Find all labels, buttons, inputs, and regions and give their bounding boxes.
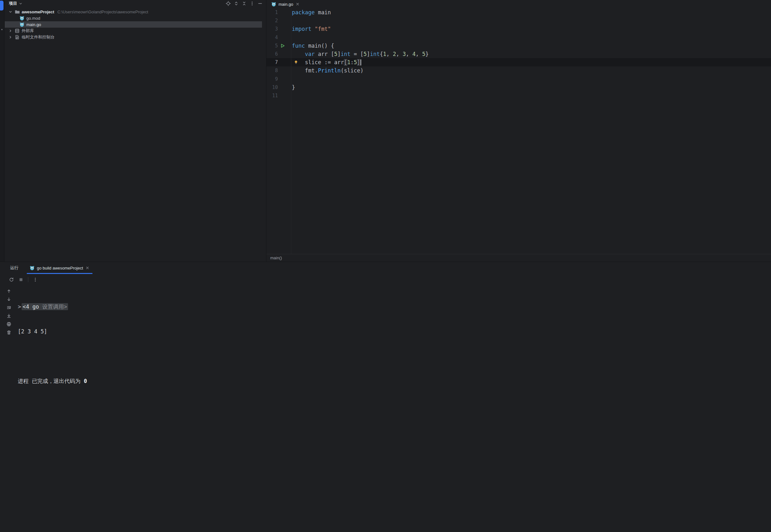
chevron-right-icon[interactable] bbox=[8, 35, 13, 39]
close-icon[interactable] bbox=[85, 266, 90, 270]
chevron-down-icon[interactable] bbox=[8, 10, 13, 14]
locate-file-icon[interactable] bbox=[226, 1, 231, 6]
text-caret bbox=[360, 59, 361, 65]
go-file-icon bbox=[19, 22, 24, 27]
code-line-11[interactable]: 11 bbox=[266, 92, 771, 100]
breadcrumb[interactable]: main() bbox=[270, 256, 282, 260]
tab-main-go[interactable]: main.go bbox=[268, 0, 303, 8]
line-number[interactable]: 7 bbox=[266, 58, 278, 66]
code-line-1[interactable]: 1package main bbox=[266, 8, 771, 17]
code-text: fmt.Println(slice) bbox=[292, 66, 363, 75]
chevron-down-icon[interactable] bbox=[19, 2, 23, 5]
clear-console-icon[interactable] bbox=[6, 330, 11, 335]
run-icon[interactable] bbox=[280, 44, 285, 48]
console-prompt: > bbox=[18, 304, 21, 310]
tree-item-scratches[interactable]: 临时文件和控制台 bbox=[5, 34, 266, 40]
console-toolbar bbox=[0, 285, 18, 532]
console-program-output: [2 3 4 5] bbox=[18, 327, 771, 336]
line-number[interactable]: 10 bbox=[266, 83, 278, 92]
rerun-icon[interactable] bbox=[9, 277, 14, 282]
stop-icon[interactable] bbox=[18, 277, 24, 282]
code-line-3[interactable]: 3import "fmt" bbox=[266, 25, 771, 33]
run-console: ><4 go 设置调用> [2 3 4 5] 进程 已完成，退出代码为 0 bbox=[0, 285, 771, 532]
project-panel-header: 项目 bbox=[5, 0, 266, 7]
scroll-to-end-icon[interactable] bbox=[6, 313, 11, 318]
code-text: package main bbox=[292, 8, 331, 17]
line-number[interactable]: 9 bbox=[266, 75, 278, 83]
line-number[interactable]: 8 bbox=[266, 66, 278, 75]
code-text: func main() { bbox=[292, 42, 334, 50]
activity-bar bbox=[0, 0, 4, 262]
hide-panel-icon[interactable] bbox=[257, 1, 263, 6]
breadcrumb-bar: main() bbox=[266, 254, 771, 262]
code-line-5[interactable]: 5func main() { bbox=[266, 42, 771, 50]
code-line-2[interactable]: 2 bbox=[266, 17, 771, 25]
code-line-6[interactable]: 6 var arr [5]int = [5]int{1, 2, 3, 4, 5} bbox=[266, 50, 771, 58]
expand-all-icon[interactable] bbox=[234, 1, 239, 6]
code-line-4[interactable]: 4 bbox=[266, 33, 771, 42]
run-toolbar bbox=[0, 274, 771, 285]
close-icon[interactable] bbox=[295, 2, 300, 6]
run-tool-window: 运行 go build awesomeProject bbox=[0, 262, 771, 532]
node-label: 临时文件和控制台 bbox=[22, 34, 55, 40]
line-number[interactable]: 4 bbox=[266, 33, 278, 42]
go-file-icon bbox=[19, 16, 24, 21]
line-number[interactable]: 11 bbox=[266, 92, 278, 100]
code-line-10[interactable]: 10} bbox=[266, 83, 771, 92]
line-number[interactable]: 5 bbox=[266, 42, 278, 50]
run-tab-row: 运行 go build awesomeProject bbox=[0, 262, 771, 274]
go-file-icon bbox=[30, 265, 35, 270]
line-number[interactable]: 3 bbox=[266, 25, 278, 33]
node-label: 外部库 bbox=[22, 28, 34, 34]
toolwindow-dot bbox=[1, 29, 3, 30]
gutter-separator bbox=[291, 8, 291, 254]
code-text: slice := arr[1:5] bbox=[292, 58, 361, 66]
print-icon[interactable] bbox=[6, 322, 11, 327]
file-name: main.go bbox=[26, 22, 41, 27]
tree-item-main-go[interactable]: main.go bbox=[5, 21, 262, 28]
project-panel-title: 项目 bbox=[9, 1, 17, 6]
code-text: import "fmt" bbox=[292, 25, 331, 33]
folder-icon bbox=[15, 9, 20, 14]
console-blank-line bbox=[18, 352, 771, 360]
toolbar-separator bbox=[28, 277, 28, 282]
project-root-path: C:\Users\meowr\GolandProjects\awesomePro… bbox=[58, 10, 148, 14]
project-tree: awesomeProject C:\Users\meowr\GolandProj… bbox=[5, 9, 266, 40]
console-exit-line: 进程 已完成，退出代码为 0 bbox=[18, 377, 771, 385]
more-options-icon[interactable] bbox=[33, 277, 38, 282]
editor: main.go 1package main23import "fmt"45fun… bbox=[266, 0, 771, 262]
console-output[interactable]: ><4 go 设置调用> [2 3 4 5] 进程 已完成，退出代码为 0 bbox=[18, 285, 771, 532]
more-options-icon[interactable] bbox=[249, 1, 255, 6]
down-stack-trace-icon[interactable] bbox=[6, 297, 11, 302]
tree-item-project-root[interactable]: awesomeProject C:\Users\meowr\GolandProj… bbox=[5, 9, 266, 15]
go-file-icon bbox=[271, 2, 276, 7]
tree-item-external-libraries[interactable]: 外部库 bbox=[5, 28, 266, 34]
tree-item-go-mod[interactable]: go.mod bbox=[5, 15, 266, 21]
exit-code: 0 bbox=[84, 378, 87, 384]
editor-tab-bar: main.go bbox=[266, 0, 771, 8]
active-toolwindow-indicator[interactable] bbox=[0, 1, 3, 10]
library-icon bbox=[15, 28, 20, 33]
run-panel-title: 运行 bbox=[10, 262, 18, 274]
line-number[interactable]: 1 bbox=[266, 8, 278, 17]
project-tool-window: 项目 awesomeProject C:\Us bbox=[5, 0, 266, 262]
code-line-8[interactable]: 8 fmt.Println(slice) bbox=[266, 66, 771, 75]
code-line-7[interactable]: 7 slice := arr[1:5] bbox=[266, 58, 771, 66]
project-root-name: awesomeProject bbox=[22, 10, 54, 14]
code-text: } bbox=[292, 83, 295, 92]
console-command[interactable]: <4 go 设置调用> bbox=[22, 303, 68, 310]
tab-label: go build awesomeProject bbox=[37, 266, 83, 270]
up-stack-trace-icon[interactable] bbox=[6, 289, 11, 294]
console-command-line: ><4 go 设置调用> bbox=[18, 303, 771, 311]
chevron-right-icon[interactable] bbox=[8, 29, 13, 33]
code-text: var arr [5]int = [5]int{1, 2, 3, 4, 5} bbox=[292, 50, 429, 58]
collapse-all-icon[interactable] bbox=[242, 1, 247, 6]
tab-go-build[interactable]: go build awesomeProject bbox=[26, 262, 93, 274]
scratches-icon bbox=[15, 35, 20, 40]
soft-wrap-icon[interactable] bbox=[6, 305, 11, 310]
code-line-9[interactable]: 9 bbox=[266, 75, 771, 83]
line-number[interactable]: 2 bbox=[266, 17, 278, 25]
code-lines: 1package main23import "fmt"45func main()… bbox=[266, 8, 771, 100]
line-number[interactable]: 6 bbox=[266, 50, 278, 58]
code-editor[interactable]: 1package main23import "fmt"45func main()… bbox=[266, 8, 771, 254]
